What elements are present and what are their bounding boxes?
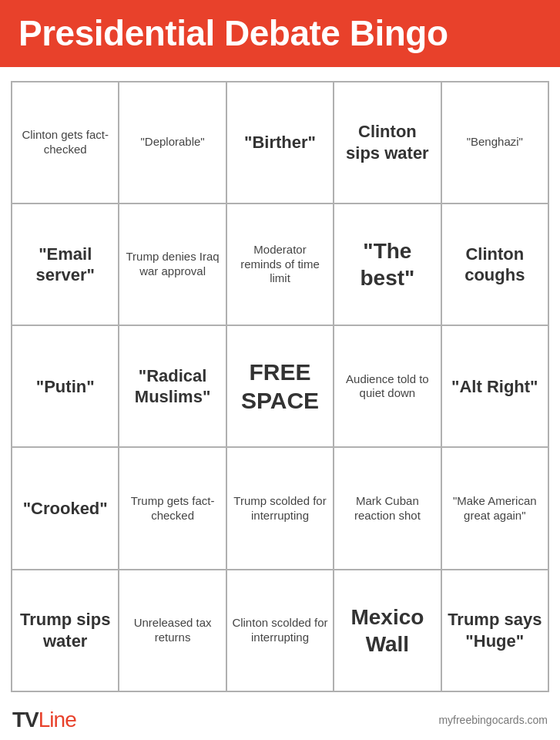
bingo-cell-label-r3c4: "Make American great again" <box>447 494 543 523</box>
bingo-cell-r4c2[interactable]: Clinton scolded for interrupting <box>227 570 334 692</box>
bingo-cell-r0c3[interactable]: Clinton sips water <box>334 82 441 204</box>
bingo-cell-label-r1c2: Moderator reminds of time limit <box>232 243 328 286</box>
bingo-cell-label-r1c1: Trump denies Iraq war approval <box>124 250 220 279</box>
bingo-cell-r2c3[interactable]: Audience told to quiet down <box>334 326 441 448</box>
bingo-cell-label-r4c4: Trump says "Huge" <box>447 609 543 651</box>
bingo-cell-r3c1[interactable]: Trump gets fact-checked <box>119 448 226 570</box>
bingo-cell-r4c0[interactable]: Trump sips water <box>12 570 119 692</box>
bingo-cell-label-r3c0: "Crooked" <box>23 498 108 520</box>
bingo-cell-label-r0c0: Clinton gets fact-checked <box>17 128 113 157</box>
tvline-tv-text: TV <box>12 708 39 732</box>
bingo-cell-label-r0c1: "Deplorable" <box>140 135 204 150</box>
bingo-cell-label-r2c3: Audience told to quiet down <box>339 372 435 402</box>
header: Presidential Debate Bingo <box>0 0 560 67</box>
bingo-cell-r1c1[interactable]: Trump denies Iraq war approval <box>119 204 226 326</box>
bingo-cell-r2c1[interactable]: "Radical Muslims" <box>119 326 226 448</box>
bingo-cell-label-r4c3: Mexico Wall <box>339 604 435 658</box>
bingo-cell-label-r1c3: "The best" <box>339 237 435 291</box>
bingo-cell-label-r0c3: Clinton sips water <box>339 121 435 163</box>
bingo-cell-label-r4c1: Unreleased tax returns <box>124 616 220 645</box>
bingo-cell-r1c2[interactable]: Moderator reminds of time limit <box>227 204 334 326</box>
bingo-cell-r4c3[interactable]: Mexico Wall <box>334 570 441 692</box>
bingo-cell-label-r1c0: "Email server" <box>17 244 113 286</box>
footer: TV Line myfreebingocards.com <box>0 700 560 740</box>
bingo-cell-r0c4[interactable]: "Benghazi" <box>442 82 549 204</box>
bingo-cell-label-r3c1: Trump gets fact-checked <box>124 494 220 523</box>
bingo-cell-label-r2c1: "Radical Muslims" <box>124 365 220 408</box>
bingo-cell-label-r3c3: Mark Cuban reaction shot <box>339 494 435 523</box>
bingo-cell-label-r0c2: "Birther" <box>244 132 316 153</box>
bingo-cell-r4c1[interactable]: Unreleased tax returns <box>119 570 226 692</box>
bingo-grid: Clinton gets fact-checked"Deplorable""Bi… <box>11 81 549 692</box>
bingo-cell-r3c4[interactable]: "Make American great again" <box>442 448 549 570</box>
bingo-cell-r3c2[interactable]: Trump scolded for interrupting <box>227 448 334 570</box>
bingo-cell-label-r4c0: Trump sips water <box>17 609 113 651</box>
bingo-cell-label-r1c4: Clinton coughs <box>447 244 543 286</box>
tvline-logo: TV Line <box>12 708 76 732</box>
bingo-cell-r0c1[interactable]: "Deplorable" <box>119 82 226 204</box>
bingo-cell-label-r3c2: Trump scolded for interrupting <box>232 494 328 523</box>
bingo-cell-label-r0c4: "Benghazi" <box>467 135 523 150</box>
bingo-cell-r2c4[interactable]: "Alt Right" <box>442 326 549 448</box>
footer-url: myfreebingocards.com <box>438 714 548 726</box>
bingo-cell-r2c0[interactable]: "Putin" <box>12 326 119 448</box>
bingo-cell-r2c2[interactable]: FREE SPACE <box>227 326 334 448</box>
bingo-cell-r1c0[interactable]: "Email server" <box>12 204 119 326</box>
bingo-cell-r1c3[interactable]: "The best" <box>334 204 441 326</box>
bingo-cell-r0c2[interactable]: "Birther" <box>227 82 334 204</box>
bingo-cell-r0c0[interactable]: Clinton gets fact-checked <box>12 82 119 204</box>
bingo-cell-label-r2c0: "Putin" <box>36 376 95 398</box>
bingo-cell-label-r2c2: FREE SPACE <box>232 358 328 415</box>
page-title: Presidential Debate Bingo <box>18 14 542 53</box>
bingo-cell-r1c4[interactable]: Clinton coughs <box>442 204 549 326</box>
tvline-line-text: Line <box>39 708 76 732</box>
bingo-cell-label-r4c2: Clinton scolded for interrupting <box>232 616 328 645</box>
bingo-cell-r3c0[interactable]: "Crooked" <box>12 448 119 570</box>
bingo-cell-r3c3[interactable]: Mark Cuban reaction shot <box>334 448 441 570</box>
bingo-cell-r4c4[interactable]: Trump says "Huge" <box>442 570 549 692</box>
bingo-cell-label-r2c4: "Alt Right" <box>451 376 538 398</box>
bingo-area: Clinton gets fact-checked"Deplorable""Bi… <box>0 67 560 700</box>
